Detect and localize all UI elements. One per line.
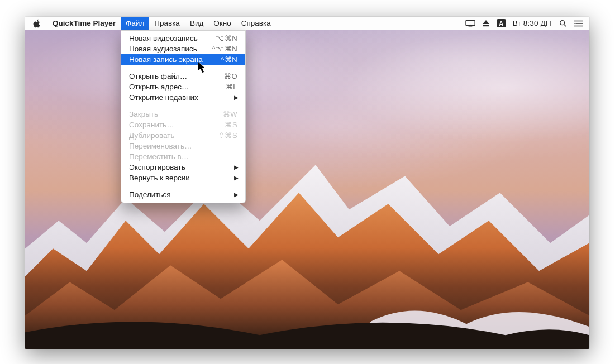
spotlight-icon[interactable] bbox=[558, 20, 568, 27]
menu-Справка[interactable]: Справка bbox=[236, 17, 276, 30]
desktop-wallpaper[interactable] bbox=[25, 30, 589, 349]
svg-rect-1 bbox=[483, 25, 489, 26]
menu-Вид[interactable]: Вид bbox=[185, 17, 208, 30]
menu-item-label: Переименовать… bbox=[129, 142, 237, 150]
menu-item-label: Сохранить… bbox=[129, 121, 225, 129]
menu-separator bbox=[122, 106, 245, 106]
svg-point-9 bbox=[574, 25, 575, 26]
menu-Правка[interactable]: Правка bbox=[149, 17, 185, 30]
menu-item[interactable]: Открытие недавних▶ bbox=[121, 92, 245, 103]
airplay-icon[interactable] bbox=[465, 20, 475, 27]
menu-item-label: Переместить в… bbox=[129, 152, 237, 161]
menu-item[interactable]: Поделиться▶ bbox=[121, 189, 245, 200]
menu-item[interactable]: Открыть файл…⌘O bbox=[121, 71, 245, 82]
menu-item: Переместить в… bbox=[121, 151, 245, 162]
menu-item: Дублировать⇧⌘S bbox=[121, 130, 245, 141]
svg-point-2 bbox=[560, 20, 565, 25]
menu-item-label: Экспортировать bbox=[129, 163, 237, 171]
menu-item-label: Открытие недавних bbox=[129, 93, 237, 102]
menu-item: Сохранить…⌘S bbox=[121, 119, 245, 130]
menu-item[interactable]: Экспортировать▶ bbox=[121, 162, 245, 173]
menubar-clock[interactable]: Вт 8:30 ДП bbox=[512, 19, 552, 27]
menubar: QuickTime Player ФайлПравкаВидОкноСправк… bbox=[25, 17, 589, 30]
notification-center-icon[interactable] bbox=[574, 20, 584, 27]
menu-item-label: Новая аудиозапись bbox=[129, 45, 212, 53]
menu-separator bbox=[122, 186, 245, 186]
menu-item-label: Новая запись экрана bbox=[129, 55, 221, 64]
menu-item-label: Открыть файл… bbox=[129, 72, 224, 80]
menu-item-shortcut: ⌘S bbox=[225, 121, 237, 129]
file-menu-dropdown: Новая видеозапись⌥⌘NНовая аудиозапись^⌥⌘… bbox=[121, 30, 246, 203]
menu-item: Переименовать… bbox=[121, 141, 245, 151]
menu-item[interactable]: Открыть адрес…⌘L bbox=[121, 82, 245, 92]
menu-Файл[interactable]: Файл bbox=[121, 17, 149, 30]
menu-item[interactable]: Новая запись экрана^⌘N bbox=[121, 54, 245, 65]
menu-item-label: Новая видеозапись bbox=[129, 34, 216, 42]
menu-item-shortcut: ⌥⌘N bbox=[216, 34, 237, 42]
submenu-arrow-icon: ▶ bbox=[234, 191, 239, 198]
submenu-arrow-icon: ▶ bbox=[234, 175, 239, 181]
screen: QuickTime Player ФайлПравкаВидОкноСправк… bbox=[25, 17, 589, 349]
menu-item-shortcut: ⌘L bbox=[226, 83, 237, 91]
menu-item: Закрыть⌘W bbox=[121, 109, 245, 119]
menu-item-label: Вернуть к версии bbox=[129, 174, 237, 182]
eject-icon[interactable] bbox=[481, 20, 491, 27]
apple-menu[interactable] bbox=[25, 17, 47, 30]
menu-item-label: Закрыть bbox=[129, 110, 223, 118]
submenu-arrow-icon: ▶ bbox=[234, 164, 239, 170]
input-source-badge[interactable]: A bbox=[497, 19, 506, 27]
svg-point-7 bbox=[574, 20, 575, 21]
menu-separator bbox=[122, 68, 245, 68]
svg-line-3 bbox=[564, 24, 566, 26]
app-name[interactable]: QuickTime Player bbox=[47, 17, 121, 30]
menu-item-label: Дублировать bbox=[129, 131, 218, 140]
svg-point-8 bbox=[574, 22, 575, 23]
menu-item-label: Открыть адрес… bbox=[129, 83, 226, 91]
menu-item-label: Поделиться bbox=[129, 190, 237, 199]
menu-Окно[interactable]: Окно bbox=[208, 17, 236, 30]
menu-item-shortcut: ⇧⌘S bbox=[218, 131, 237, 140]
menu-item-shortcut: ^⌘N bbox=[221, 55, 237, 64]
menu-item-shortcut: ⌘W bbox=[223, 110, 237, 118]
submenu-arrow-icon: ▶ bbox=[234, 94, 239, 100]
menu-item-shortcut: ^⌥⌘N bbox=[212, 45, 238, 53]
menu-item[interactable]: Новая видеозапись⌥⌘N bbox=[121, 33, 245, 44]
menu-item[interactable]: Вернуть к версии▶ bbox=[121, 173, 245, 183]
menu-item[interactable]: Новая аудиозапись^⌥⌘N bbox=[121, 44, 245, 54]
menu-item-shortcut: ⌘O bbox=[224, 72, 237, 80]
